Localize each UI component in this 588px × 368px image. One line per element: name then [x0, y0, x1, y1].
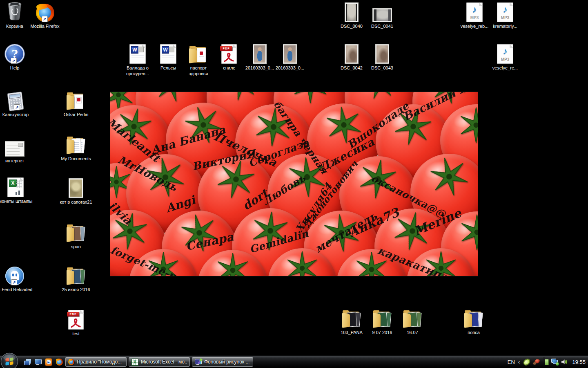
tomato-stem-icon [284, 250, 320, 276]
taskbar-task-firefox[interactable]: Правило "Помодо... [65, 357, 127, 367]
folder-icon [188, 46, 209, 64]
tomato-stem-icon [220, 92, 262, 104]
desktop-icon-coins-stamps[interactable]: Xмонеты штампы [0, 177, 35, 204]
system-tray: EN ‹ 19:55 [508, 356, 586, 368]
desktop-icon-help[interactable]: ?↗Help [0, 43, 34, 71]
folder-icon [463, 310, 484, 328]
clock[interactable]: 19:55 [572, 359, 586, 365]
media-player-icon: ▶ [45, 358, 52, 366]
switch-windows-icon [24, 359, 31, 365]
tomato-wallpaper-image: MarleanftАна БананаПчелочкабагира черная… [110, 92, 478, 276]
icon-label: снилс [223, 65, 235, 71]
icon-label: монеты штампы [0, 198, 32, 204]
mp3-file-icon: ♪MP3 [497, 44, 513, 64]
tray-leaf[interactable] [523, 358, 530, 366]
folder-icon [66, 267, 86, 285]
taskbar-task-excel[interactable]: Microsoft Excel - мо... [129, 357, 190, 367]
tray-power[interactable] [542, 358, 549, 366]
photo-thumbnail-icon [283, 44, 297, 64]
photo-thumbnail-icon [375, 44, 389, 64]
mp3-file-icon: ♪MP3 [466, 2, 483, 22]
scanned-document-icon [5, 141, 24, 157]
show-desktop-icon [35, 359, 42, 365]
desktop-icon-mozilla-firefox[interactable]: ↗Mozilla Firefox [25, 2, 65, 29]
shortcut-arrow-icon: ↗ [14, 104, 20, 110]
tomato-stem-icon [291, 92, 330, 104]
excel-document-icon: X [7, 177, 24, 197]
desktop-icon-dsc-0041[interactable]: DSC_0041 [363, 2, 402, 29]
shortcut-arrow-icon: ↗ [11, 58, 17, 64]
quick-launch-media-player[interactable]: ▶ [45, 358, 52, 366]
desktop-icon-folder-16-07[interactable]: 16.07 [393, 308, 432, 335]
tomato-stem-icon [457, 106, 478, 144]
icon-label: DSC_0041 [371, 23, 393, 29]
desktop-icon-cat-in-boots[interactable]: кот в сапогах21 [56, 177, 96, 205]
icon-label: DSC_0040 [341, 23, 363, 29]
tray-volume[interactable] [561, 358, 568, 366]
taskbar: ▶ Правило "Помодо...Microsoft Excel - мо… [0, 355, 588, 368]
icon-label: My Documents [61, 156, 91, 162]
icon-label: Oskar Perlin [64, 112, 89, 117]
desktop-icon-dsc-0043[interactable]: DSC_0043 [363, 43, 402, 71]
icon-label: Mozilla Firefox [31, 23, 60, 29]
start-button[interactable] [0, 352, 18, 368]
quick-launch-bar: ▶ [24, 356, 63, 368]
word-document-icon: W [160, 44, 176, 64]
folder-icon [341, 310, 362, 328]
leaf-tray-icon [522, 358, 531, 366]
tomato-stem-icon [356, 92, 403, 106]
desktop-icon-dfend-reloaded[interactable]: ↗D-Fend Reloaded [0, 265, 34, 292]
quick-launch-switch-windows[interactable] [24, 358, 31, 366]
mp3-file-icon: ♪MP3 [497, 2, 513, 22]
pdf-file-icon: PDF [221, 44, 237, 64]
tray-brush[interactable] [532, 358, 540, 366]
desktop-icon-internet-scan[interactable]: интернет [0, 136, 34, 164]
quick-launch-show-desktop[interactable] [34, 358, 42, 366]
taskbar-tasks: Правило "Помодо...Microsoft Excel - мо..… [65, 356, 253, 368]
windows-logo-icon [0, 352, 18, 368]
icon-label: 9 07 2016 [372, 330, 392, 335]
photo-thumbnail-icon [372, 8, 392, 22]
taskbar-task-display[interactable]: Фоновый рисунок ... [192, 357, 253, 367]
power-plug-tray-icon [543, 359, 549, 365]
desktop-icon-folder-popsa[interactable]: попса [454, 308, 493, 335]
icon-label: попса [468, 330, 480, 335]
desktop-icon-photo-20160303-2[interactable]: 20160303_0... [270, 43, 310, 71]
tray-expand-chevron[interactable]: ‹ [518, 359, 520, 365]
photo-thumbnail-icon [253, 44, 267, 64]
desktop-icon-my-documents[interactable]: My Documents [56, 134, 96, 162]
icon-label: veselye_reb... [461, 23, 488, 29]
desktop-icon-oskar-perlin[interactable]: Oskar Perlin [56, 90, 96, 117]
tomato-stem-icon [424, 152, 474, 201]
icon-label: 25 июля 2016 [62, 287, 90, 292]
tomato-stem-icon [214, 252, 251, 276]
desktop-icon-veselye-re-mp3[interactable]: ♪MP3veselye_re... [486, 43, 525, 71]
language-indicator[interactable]: EN [508, 359, 515, 365]
desktop-icon-krematoriy-mp3[interactable]: ♪MP3krematoriy... [486, 2, 525, 29]
excel-icon [131, 359, 138, 366]
icon-label: krematoriy... [493, 23, 517, 29]
icon-label: DSC_0042 [341, 65, 363, 71]
tray-network[interactable] [551, 358, 559, 366]
icon-label: интернет [5, 158, 24, 164]
shortcut-arrow-icon: ↗ [11, 279, 17, 285]
folder-icon [372, 310, 392, 328]
icon-label: span [71, 244, 81, 249]
folder-icon [402, 310, 423, 328]
desktop-icon-span[interactable]: span [56, 222, 96, 249]
icon-label: Рельсы [160, 65, 176, 71]
photo-thumbnail-icon [345, 2, 359, 22]
icon-label: 103_PANA [341, 330, 363, 335]
tomato-stem-icon [149, 92, 195, 108]
desktop-icon-calculator[interactable]: ↗Калькулятор [0, 90, 35, 117]
folder-icon [66, 137, 86, 155]
quick-launch-firefox[interactable] [56, 358, 63, 366]
icon-label: D-Fend Reloaded [0, 287, 32, 292]
icon-label: Калькулятор [2, 112, 29, 117]
firefox-icon [68, 359, 74, 365]
desktop-icon-test-pdf[interactable]: PDF test [56, 309, 96, 337]
desktop-icon-july-25-2016[interactable]: 25 июля 2016 [56, 265, 96, 292]
photo-thumbnail-icon [69, 178, 83, 198]
icon-label: 20160303_0... [245, 65, 274, 71]
network-tray-icon [551, 359, 559, 365]
